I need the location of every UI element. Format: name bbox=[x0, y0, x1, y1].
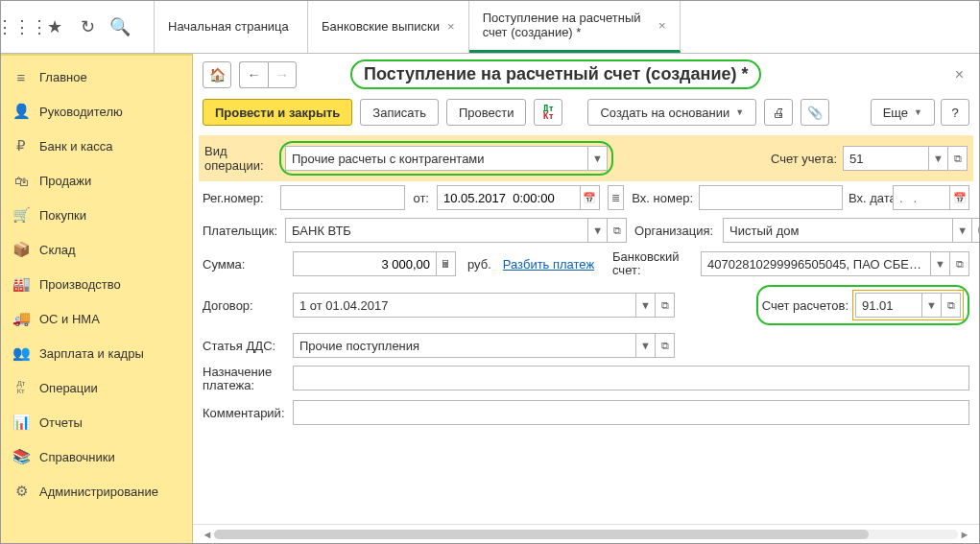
contract-select[interactable]: 1 от 01.04.2017 bbox=[293, 293, 636, 318]
comment-label: Комментарий: bbox=[203, 406, 285, 420]
dropdown-icon[interactable]: ▼ bbox=[953, 218, 972, 243]
sidebar-item-warehouse[interactable]: 📦Склад bbox=[1, 232, 192, 267]
open-icon[interactable]: ⧉ bbox=[656, 293, 675, 318]
calendar-icon[interactable]: 📅 bbox=[581, 185, 600, 210]
dropdown-icon[interactable]: ▼ bbox=[588, 146, 608, 171]
top-bar: ⋮⋮⋮ ★ ↻ 🔍 Начальная страница Банковские … bbox=[1, 1, 979, 54]
contract-value: 1 от 01.04.2017 bbox=[294, 298, 635, 313]
open-icon[interactable]: ⧉ bbox=[656, 333, 675, 358]
org-label: Организация: bbox=[634, 224, 717, 238]
operation-select[interactable]: Прочие расчеты с контрагентами bbox=[285, 146, 588, 171]
tab-close-icon[interactable]: × bbox=[658, 18, 666, 33]
dtkt-button[interactable]: ДтКт bbox=[534, 99, 562, 126]
dropdown-icon[interactable]: ▼ bbox=[636, 333, 656, 358]
account-select[interactable]: 51 bbox=[843, 146, 929, 171]
open-icon[interactable]: ⧉ bbox=[950, 251, 969, 276]
sidebar-item-reports[interactable]: 📊Отчеты bbox=[1, 405, 192, 439]
sidebar-item-production[interactable]: 🏭Производство bbox=[1, 267, 192, 301]
account-label: Счет учета: bbox=[771, 152, 837, 166]
print-button[interactable]: 🖨 bbox=[764, 99, 793, 126]
attach-button[interactable]: 📎 bbox=[801, 99, 829, 126]
dds-label: Статья ДДС: bbox=[203, 339, 285, 353]
people-icon: 👥 bbox=[12, 344, 30, 362]
sidebar-item-label: Справочники bbox=[39, 450, 115, 464]
dropdown-icon[interactable]: ▼ bbox=[588, 218, 608, 243]
settlement-account-value: 91.01 bbox=[856, 298, 921, 313]
tab-start-page[interactable]: Начальная страница bbox=[155, 0, 308, 53]
tab-payment-incoming[interactable]: Поступление на расчетный счет (создание)… bbox=[469, 0, 681, 53]
dropdown-icon[interactable]: ▼ bbox=[929, 146, 948, 171]
dropdown-icon[interactable]: ▼ bbox=[636, 293, 656, 318]
more-button[interactable]: Еще▼ bbox=[871, 99, 935, 126]
open-icon[interactable]: ⧉ bbox=[948, 146, 968, 171]
sidebar-item-bank[interactable]: ₽Банк и касса bbox=[1, 129, 192, 163]
split-payment-link[interactable]: Разбить платеж bbox=[503, 257, 594, 272]
open-icon[interactable]: ⧉ bbox=[608, 218, 627, 243]
sidebar-item-assets[interactable]: 🚚ОС и НМА bbox=[1, 301, 192, 336]
operation-label: Вид операции: bbox=[204, 144, 274, 173]
regnum-input[interactable] bbox=[280, 185, 405, 210]
dropdown-icon[interactable]: ▼ bbox=[922, 293, 942, 318]
org-select[interactable]: Чистый дом bbox=[723, 218, 953, 243]
settlement-account-label: Счет расчетов: bbox=[762, 298, 849, 313]
horizontal-scrollbar[interactable]: ◄ ► bbox=[193, 524, 979, 543]
settlement-account-select[interactable]: 91.01 bbox=[855, 293, 922, 318]
sidebar-item-sales[interactable]: 🛍Продажи bbox=[1, 163, 192, 198]
person-icon: 👤 bbox=[12, 103, 30, 120]
incoming-num-input[interactable] bbox=[699, 185, 843, 210]
scroll-left-icon[interactable]: ◄ bbox=[201, 529, 214, 540]
dropdown-icon[interactable]: ▼ bbox=[931, 251, 950, 276]
sidebar-item-main[interactable]: ≡Главное bbox=[1, 59, 192, 94]
create-based-on-button[interactable]: Создать на основании▼ bbox=[587, 99, 756, 126]
calculator-icon[interactable]: 🖩 bbox=[437, 251, 456, 276]
post-button[interactable]: Провести bbox=[446, 99, 527, 126]
post-and-close-button[interactable]: Провести и закрыть bbox=[203, 99, 352, 126]
calendar-icon[interactable]: 📅 bbox=[950, 185, 969, 210]
incoming-date-input[interactable] bbox=[893, 185, 950, 210]
sidebar-item-purchases[interactable]: 🛒Покупки bbox=[1, 198, 192, 232]
bank-account-select[interactable]: 40702810299996505045, ПАО СБЕРБАНК bbox=[701, 251, 931, 276]
sidebar-item-label: Склад bbox=[39, 243, 76, 257]
box-icon: 📦 bbox=[12, 241, 30, 258]
tab-bank-statements[interactable]: Банковские выписки × bbox=[308, 0, 469, 53]
save-button[interactable]: Записать bbox=[360, 99, 439, 126]
sidebar-item-manager[interactable]: 👤Руководителю bbox=[1, 94, 192, 129]
tab-label: Начальная страница bbox=[168, 19, 289, 34]
dds-value: Прочие поступления bbox=[294, 339, 635, 353]
close-page-button[interactable]: × bbox=[949, 62, 969, 87]
help-button[interactable]: ? bbox=[941, 99, 969, 126]
home-button[interactable]: 🏠 bbox=[203, 61, 231, 88]
nav-back-button[interactable]: ← bbox=[239, 61, 268, 88]
scroll-right-icon[interactable]: ► bbox=[958, 529, 971, 540]
star-icon[interactable]: ★ bbox=[43, 15, 66, 38]
comment-input[interactable] bbox=[293, 400, 969, 425]
factory-icon: 🏭 bbox=[12, 275, 30, 293]
tabs: Начальная страница Банковские выписки × … bbox=[155, 1, 979, 53]
payer-label: Плательщик: bbox=[203, 224, 277, 238]
menu-grid-icon[interactable]: ⋮⋮⋮ bbox=[11, 15, 34, 38]
operation-row: Вид операции: Прочие расчеты с контраген… bbox=[199, 135, 973, 181]
sidebar-item-refs[interactable]: 📚Справочники bbox=[1, 439, 192, 474]
tab-close-icon[interactable]: × bbox=[447, 19, 455, 34]
purpose-textarea[interactable] bbox=[293, 366, 969, 390]
sidebar: ≡Главное 👤Руководителю ₽Банк и касса 🛍Пр… bbox=[1, 54, 193, 543]
ruble-icon: ₽ bbox=[12, 137, 30, 154]
open-icon[interactable]: ⧉ bbox=[972, 218, 979, 243]
payer-select[interactable]: БАНК ВТБ bbox=[285, 218, 588, 243]
sum-input[interactable] bbox=[293, 251, 437, 276]
regnum-label: Рег.номер: bbox=[203, 191, 273, 205]
sidebar-item-admin[interactable]: ⚙Администрирование bbox=[1, 474, 192, 509]
cart-icon: 🛒 bbox=[12, 206, 30, 224]
sidebar-item-label: ОС и НМА bbox=[39, 312, 100, 326]
history-icon[interactable]: ↻ bbox=[76, 15, 99, 38]
nav-forward-button[interactable]: → bbox=[268, 61, 297, 88]
doc-info-icon[interactable]: ≣ bbox=[608, 185, 624, 210]
books-icon: 📚 bbox=[12, 448, 30, 465]
contract-label: Договор: bbox=[203, 298, 285, 313]
search-icon[interactable]: 🔍 bbox=[108, 15, 131, 38]
date-input[interactable] bbox=[437, 185, 581, 210]
dds-select[interactable]: Прочие поступления bbox=[293, 333, 636, 358]
sidebar-item-operations[interactable]: ДтКтОперации bbox=[1, 370, 192, 405]
open-icon[interactable]: ⧉ bbox=[942, 293, 961, 318]
sidebar-item-salary[interactable]: 👥Зарплата и кадры bbox=[1, 336, 192, 370]
